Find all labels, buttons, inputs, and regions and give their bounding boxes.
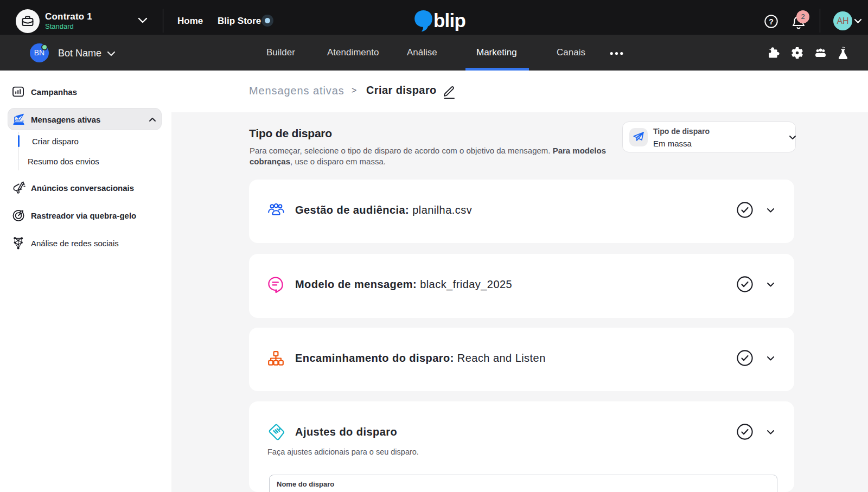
svg-text:?: ? (769, 17, 774, 26)
